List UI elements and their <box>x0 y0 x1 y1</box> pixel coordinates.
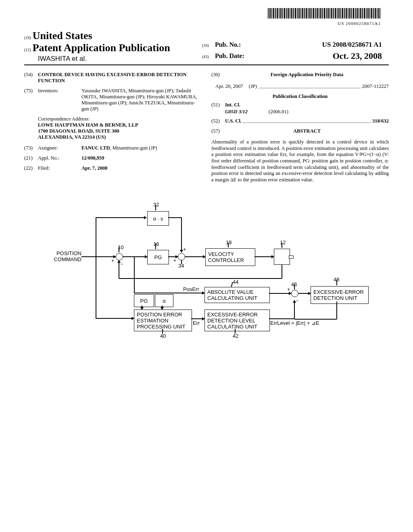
line-formula-up <box>336 301 337 319</box>
patent-page: US 20080258671A1 (19) United States (12)… <box>0 0 413 376</box>
pubdate-label: Pub. Date: <box>215 52 244 59</box>
inventors-label: Inventors: <box>38 88 81 112</box>
box-err-level-calc: EXCESSIVE-ERROR DETECTION LEVEL CALCULAT… <box>204 310 270 331</box>
intcl-class: G05D 3/12 <box>225 109 248 114</box>
filed-value: Apr. 7, 2008 <box>81 165 107 171</box>
line-pg-to-40 <box>142 305 142 310</box>
abstract-heading: ABSTRACT <box>225 128 389 134</box>
line-alpha-out <box>168 217 181 218</box>
publication-type: Patent Application Publication <box>33 42 170 54</box>
correspondence-line2: 1700 DIAGONAL ROAD, SUITE 300 <box>38 128 202 134</box>
code-30: (30) <box>211 72 225 80</box>
leader-10 <box>119 247 119 252</box>
line-to-vc <box>185 256 205 257</box>
code-12: (12) <box>24 48 31 52</box>
pubdate-value: Oct. 23, 2008 <box>333 51 382 61</box>
leader-16 <box>155 243 156 249</box>
ref-16: 16 <box>153 241 159 247</box>
leader-dots <box>243 118 371 123</box>
pubno-value: US 2008/0258671 A1 <box>322 41 382 48</box>
leader-32 <box>155 205 156 210</box>
header: (19) United States (12) Patent Applicati… <box>24 30 389 65</box>
sum-node-46 <box>291 290 298 297</box>
title-row: (54) CONTROL DEVICE HAVING EXCESSIVE-ERR… <box>24 72 202 84</box>
applno-row: (21) Appl. No.: 12/098,959 <box>24 155 202 161</box>
foreign-date: Apr. 20, 2007 <box>215 83 243 89</box>
line-input-down <box>96 256 96 318</box>
header-right: (10) Pub. No.: US 2008/0258671 A1 (43) P… <box>201 39 383 63</box>
assignee-label: Assignee: <box>38 145 81 151</box>
code-54: (54) <box>24 72 38 84</box>
leader-18 <box>228 243 229 247</box>
inventors-value: Yasusuke IWASHITA, Minamitsuru-gun (JP);… <box>81 88 202 112</box>
intcl-row: (51) Int. Cl. <box>211 102 389 108</box>
line-poserr-right <box>134 293 204 293</box>
assignee-row: (73) Assignee: FANUC LTD, Minamitsuru-gu… <box>24 145 202 151</box>
code-10: (10) <box>202 43 209 48</box>
line-fb-down <box>282 265 282 278</box>
input-label: POSITION COMMAND <box>49 251 81 262</box>
ref-18: 18 <box>226 239 232 245</box>
leader-40 <box>162 329 163 334</box>
header-left: (19) United States (12) Patent Applicati… <box>24 30 199 63</box>
line-pg-out <box>168 256 178 257</box>
line-alpha-down <box>181 217 182 252</box>
foreign-priority-row: Apr. 20, 2007 (JP) 2007-112227 <box>215 83 389 89</box>
barcode-graphic <box>268 8 381 19</box>
line-err <box>191 318 204 319</box>
block-diagram-figure: POSITION COMMAND 10 + − PG 16 α · s 32 +… <box>49 199 364 360</box>
correspondence-label: Correspondence Address: <box>38 116 202 122</box>
line-to-motor <box>254 256 274 257</box>
box-abs-value: ABSOLUTE VALUE CALCULATING UNIT <box>204 287 270 303</box>
correspondence-line3: ALEXANDRIA, VA 22314 (US) <box>38 134 202 140</box>
ref-42: 42 <box>233 333 238 339</box>
errlevel-formula: ErrLevel = |Err| + ⊿E <box>270 320 319 326</box>
abstract-text: Abnormality of a position error is quick… <box>211 139 389 183</box>
applno-value: 12/098,959 <box>81 155 104 161</box>
header-authors: IWASHITA et al. <box>38 55 199 63</box>
invention-title: CONTROL DEVICE HAVING EXCESSIVE-ERROR DE… <box>38 72 202 84</box>
correspondence-line1: LOWE HAUPTMAN HAM & BERNER, LLP <box>38 122 202 128</box>
filed-label: Filed: <box>38 165 81 171</box>
foreign-number: 2007-112227 <box>362 83 389 89</box>
line-formula-h <box>294 319 337 320</box>
code-75: (75) <box>24 88 38 112</box>
sum-node-34 <box>178 253 185 260</box>
leader-dots <box>259 83 361 88</box>
right-column: (30) Foreign Application Priority Data A… <box>211 72 389 183</box>
code-22: (22) <box>24 165 38 171</box>
line-poserr-down <box>134 256 135 293</box>
leader-46 <box>294 285 295 289</box>
box-alpha-param: α <box>155 294 173 307</box>
sum-node-10 <box>116 253 123 260</box>
line-branch-up <box>96 217 96 256</box>
line-to-alpha <box>96 217 146 218</box>
intcl-label: Int. Cl. <box>225 102 240 108</box>
box-velocity-controller: VELOCITY CONTROLLER <box>205 248 255 266</box>
line-42-out-v <box>294 300 295 319</box>
code-57: (57) <box>211 128 225 137</box>
line-42-out-h <box>269 318 294 319</box>
box-pos-err-est: POSITION ERROR ESTIMATION PROCESSING UNI… <box>134 310 192 331</box>
foreign-country: (JP) <box>249 83 257 89</box>
poserr-label: PosErr <box>183 286 199 292</box>
uscl-row: (52) U.S. Cl. 318/632 <box>211 118 389 124</box>
box-pg: PG <box>147 250 169 264</box>
pub-class-heading: Publication Classification <box>211 94 389 100</box>
intcl-date: (2006.01) <box>269 109 288 115</box>
filed-row: (22) Filed: Apr. 7, 2008 <box>24 165 202 171</box>
leader-12 <box>282 243 282 248</box>
ref-32: 32 <box>153 202 159 208</box>
line-fb-up <box>119 260 119 278</box>
leader-34 <box>181 260 182 264</box>
uscl-value: 318/632 <box>372 118 389 124</box>
inventors-row: (75) Inventors: Yasusuke IWASHITA, Minam… <box>24 88 202 112</box>
barcode-text: US 20080258671A1 <box>24 21 381 26</box>
line-fb-left <box>119 278 282 279</box>
code-52: (52) <box>211 118 225 124</box>
country: United States <box>33 30 92 42</box>
code-73: (73) <box>24 145 38 151</box>
pubno-label: Pub. No.: <box>215 41 241 48</box>
header-info-table: (10) Pub. No.: US 2008/0258671 A1 (43) P… <box>201 39 383 63</box>
code-21: (21) <box>24 155 38 161</box>
